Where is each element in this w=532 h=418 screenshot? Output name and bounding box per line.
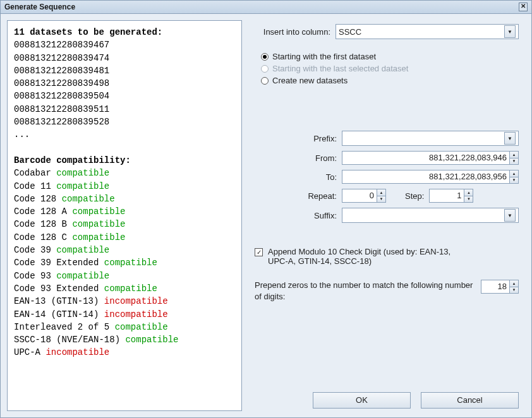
repeat-value: 0 <box>342 189 377 202</box>
append-checkdigit-label: Append Modulo 10 Check Digit (used by: E… <box>268 247 457 266</box>
preview-dataset-row: 008813212280839481 <box>14 64 235 77</box>
repeat-label: Repeat: <box>255 191 337 201</box>
compat-name: EAN-14 (GTIN-14) <box>14 309 104 319</box>
step-label: Step: <box>405 191 424 201</box>
compat-status: compatible <box>56 245 109 255</box>
compat-row: Code 128 compatible <box>14 193 235 205</box>
append-checkdigit-checkbox[interactable]: Append Modulo 10 Check Digit (used by: E… <box>255 247 519 266</box>
chevron-down-icon[interactable]: ▼ <box>509 287 518 294</box>
compat-status: compatible <box>62 194 115 204</box>
compat-status: compatible <box>104 258 157 268</box>
chevron-down-icon[interactable]: ▼ <box>377 196 385 203</box>
compat-status: compatible <box>56 181 109 191</box>
chevron-up-icon[interactable]: ▲ <box>464 189 473 196</box>
radio-create-new[interactable]: Create new datasets <box>261 76 519 85</box>
compat-status: incompatible <box>104 296 168 306</box>
prepend-zeros-value: 18 <box>481 280 509 293</box>
compat-heading: Barcode compatibility: <box>14 154 235 167</box>
sequence-fields: Prefix: ▼ From: 881,321,228,083,946 ▲▼ T… <box>255 131 519 228</box>
chevron-up-icon[interactable]: ▲ <box>509 280 518 287</box>
insert-column-select[interactable]: SSCC ▼ <box>336 24 519 39</box>
compat-status: compatible <box>115 322 168 332</box>
to-spinner[interactable]: ▲▼ <box>509 170 518 183</box>
preview-dataset-row: 008813212280839474 <box>14 52 235 64</box>
compat-row: SSCC-18 (NVE/EAN-18) compatible <box>14 333 235 346</box>
repeat-spinner[interactable]: ▲▼ <box>377 189 385 202</box>
preview-dataset-row: 008813212280839498 <box>14 77 235 90</box>
chevron-down-icon[interactable]: ▼ <box>464 196 473 203</box>
compat-name: Code 128 <box>14 194 62 204</box>
titlebar: Generate Sequence ✕ <box>1 1 531 14</box>
compat-row: Codabar compatible <box>14 167 235 179</box>
prepend-spinner[interactable]: ▲▼ <box>509 280 518 293</box>
from-value: 881,321,228,083,946 <box>342 152 509 164</box>
compat-row: UPC-A incompatible <box>14 346 235 359</box>
compat-name: Code 128 A <box>14 206 72 217</box>
radio-icon <box>261 53 269 61</box>
dialog-buttons: OK Cancel <box>255 386 519 409</box>
compat-name: UPC-A <box>14 347 45 357</box>
chevron-down-icon[interactable]: ▼ <box>504 209 516 222</box>
preview-datasets: 0088132122808394670088132122808394740088… <box>14 39 235 141</box>
prefix-label: Prefix: <box>255 134 337 143</box>
compat-status: compatible <box>125 335 178 345</box>
compat-name: Code 11 <box>14 181 56 191</box>
compat-list: Codabar compatibleCode 11 compatibleCode… <box>14 167 235 359</box>
from-label: From: <box>255 153 337 163</box>
preview-panel: 11 datasets to be generated: 00881321228… <box>7 20 242 411</box>
compat-name: Interleaved 2 of 5 <box>14 322 115 332</box>
suffix-label: Suffix: <box>255 211 337 220</box>
compat-status: compatible <box>72 219 125 229</box>
checkbox-icon <box>255 248 263 256</box>
insert-column-value: SSCC <box>339 27 361 37</box>
step-field[interactable]: 1 ▲▼ <box>429 189 473 203</box>
chevron-down-icon[interactable]: ▼ <box>509 158 518 165</box>
insert-mode-radiogroup: Starting with the first dataset Starting… <box>261 49 519 88</box>
compat-row: Code 128 B compatible <box>14 218 235 230</box>
prefix-select[interactable]: ▼ <box>342 131 519 146</box>
chevron-up-icon[interactable]: ▲ <box>509 170 518 177</box>
prepend-zeros-field[interactable]: 18 ▲▼ <box>481 280 519 294</box>
from-field[interactable]: 881,321,228,083,946 ▲▼ <box>342 151 519 165</box>
radio-icon <box>261 65 269 73</box>
repeat-field[interactable]: 0 ▲▼ <box>342 189 386 203</box>
chevron-down-icon[interactable]: ▼ <box>504 25 516 38</box>
compat-row: Interleaved 2 of 5 compatible <box>14 321 235 333</box>
preview-heading: 11 datasets to be generated: <box>14 26 235 39</box>
content: 11 datasets to be generated: 00881321228… <box>1 14 531 417</box>
close-icon[interactable]: ✕ <box>519 3 528 11</box>
compat-name: SSCC-18 (NVE/EAN-18) <box>14 335 125 345</box>
preview-dataset-row: 008813212280839504 <box>14 90 235 102</box>
suffix-select[interactable]: ▼ <box>342 208 519 223</box>
compat-name: Code 39 Extended <box>14 258 104 268</box>
compat-name: Code 128 B <box>14 219 72 229</box>
to-field[interactable]: 881,321,228,083,956 ▲▼ <box>342 170 519 184</box>
compat-name: Codabar <box>14 168 56 178</box>
compat-status: compatible <box>56 271 109 281</box>
compat-row: Code 93 compatible <box>14 270 235 282</box>
compat-status: compatible <box>104 284 157 294</box>
prepend-zeros-label: Prepend zeros to the number to match the… <box>255 280 475 302</box>
chevron-down-icon[interactable]: ▼ <box>509 177 518 184</box>
compat-row: EAN-13 (GTIN-13) incompatible <box>14 295 235 308</box>
cancel-button[interactable]: Cancel <box>421 392 519 409</box>
compat-row: Code 128 C compatible <box>14 231 235 244</box>
compat-row: Code 39 Extended compatible <box>14 256 235 269</box>
chevron-up-icon[interactable]: ▲ <box>377 189 385 196</box>
ok-button[interactable]: OK <box>313 392 411 409</box>
chevron-up-icon[interactable]: ▲ <box>509 152 518 158</box>
step-spinner[interactable]: ▲▼ <box>464 189 473 202</box>
compat-name: Code 93 <box>14 271 56 281</box>
compat-name: Code 39 <box>14 245 56 255</box>
window-title: Generate Sequence <box>4 3 75 11</box>
compat-name: Code 93 Extended <box>14 284 104 294</box>
preview-dataset-row: 008813212280839467 <box>14 39 235 51</box>
radio-first-dataset[interactable]: Starting with the first dataset <box>261 52 519 61</box>
chevron-down-icon[interactable]: ▼ <box>504 132 516 145</box>
generate-sequence-dialog: Generate Sequence ✕ 11 datasets to be ge… <box>0 0 532 418</box>
from-spinner[interactable]: ▲▼ <box>509 152 518 164</box>
compat-row: EAN-14 (GTIN-14) incompatible <box>14 308 235 321</box>
compat-status: incompatible <box>104 309 168 319</box>
compat-row: Code 39 compatible <box>14 244 235 256</box>
compat-row: Code 93 Extended compatible <box>14 282 235 295</box>
